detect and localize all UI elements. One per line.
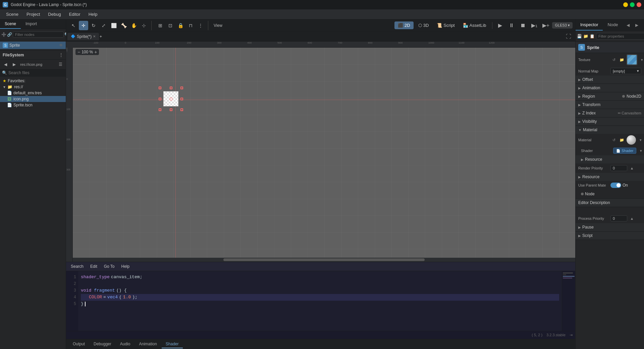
- menu-help[interactable]: Help: [85, 10, 101, 18]
- inspector-tab-inspector[interactable]: Inspector: [576, 19, 603, 31]
- mode-assetlib-button[interactable]: 🏪 AssetLib: [460, 21, 490, 29]
- select-tool-button[interactable]: ↖: [69, 21, 78, 30]
- sprite-container[interactable]: [160, 88, 182, 110]
- origin-handle[interactable]: [170, 98, 172, 100]
- lock-button[interactable]: 🔒: [176, 21, 185, 30]
- viewport-scrollbar[interactable]: [73, 258, 575, 262]
- filter-properties-input[interactable]: [596, 33, 644, 40]
- menu-debug[interactable]: Debug: [45, 10, 64, 18]
- editor-description-section-header[interactable]: Editor Description: [576, 199, 644, 207]
- inspector-forward-button[interactable]: ▶: [633, 21, 641, 29]
- pause-section-header[interactable]: ▶ Pause: [576, 223, 644, 231]
- more-options-button[interactable]: ⋮: [196, 21, 205, 30]
- handle-br[interactable]: [180, 108, 183, 111]
- visibility-eye-icon[interactable]: 👁: [59, 43, 63, 48]
- normal-map-dropdown[interactable]: [empty] ▾: [610, 68, 641, 74]
- inspector-folder-button[interactable]: 📁: [583, 32, 588, 40]
- tab-debugger[interactable]: Debugger: [90, 340, 115, 348]
- mode-3d-button[interactable]: ⬡ 3D: [415, 21, 432, 29]
- resource1-section-header[interactable]: ▶ Resource: [576, 155, 644, 163]
- material-reset-button[interactable]: ↺: [610, 137, 617, 143]
- viewport-canvas[interactable]: -100 0 100 200 300 400 500 600 700 800 9…: [66, 42, 575, 262]
- mode-2d-button[interactable]: ⬛ 2D: [394, 21, 414, 29]
- tab-import[interactable]: Import: [21, 19, 42, 29]
- animation-section-header[interactable]: ▶ Animation: [576, 84, 644, 92]
- code-menu-edit[interactable]: Edit: [88, 263, 99, 269]
- code-menu-search[interactable]: Search: [69, 263, 86, 269]
- handle-bl[interactable]: [159, 108, 161, 111]
- inspector-save-button[interactable]: 💾: [577, 32, 582, 40]
- stop-button[interactable]: ⏹: [518, 20, 528, 31]
- texture-reset-button[interactable]: ↺: [610, 56, 617, 63]
- texture-load-button[interactable]: 📁: [619, 56, 625, 63]
- menu-project[interactable]: Project: [23, 10, 43, 18]
- viewport-tab-sprite[interactable]: 🔷 Sprite(*) ✕: [67, 33, 99, 40]
- scrollbar-thumb[interactable]: [223, 258, 424, 261]
- visibility-section-header[interactable]: ▶ Visibility: [576, 117, 644, 126]
- handle-ml[interactable]: [159, 98, 161, 100]
- fs-res-section[interactable]: ▼ 📁 res://: [0, 84, 66, 90]
- sprite-selection[interactable]: [160, 88, 182, 110]
- filesystem-menu-button[interactable]: ⋮: [59, 53, 63, 57]
- viewport-tab-close[interactable]: ✕: [93, 35, 96, 38]
- play-custom-button[interactable]: ▶+: [541, 20, 551, 31]
- render-priority-input[interactable]: [610, 165, 627, 171]
- select2-tool-button[interactable]: ⊹: [139, 21, 149, 30]
- menu-scene[interactable]: Scene: [3, 10, 22, 18]
- add-node-button[interactable]: ➕: [1, 31, 6, 39]
- process-priority-up-button[interactable]: ▲: [629, 215, 635, 222]
- tab-scene[interactable]: Scene: [0, 19, 21, 29]
- menu-editor[interactable]: Editor: [66, 10, 84, 18]
- inspector-back-button[interactable]: ◀: [624, 21, 632, 29]
- add-tab-button[interactable]: +: [100, 34, 102, 39]
- inspector-copy-button[interactable]: 📋: [590, 32, 595, 40]
- search-files-input[interactable]: [8, 70, 64, 75]
- handle-mr[interactable]: [180, 98, 183, 100]
- code-content[interactable]: shader_type canvas_item; void fragment (…: [78, 271, 562, 331]
- code-menu-goto[interactable]: Go To: [102, 263, 117, 269]
- fs-item-default-env[interactable]: 📄 default_env.tres: [0, 90, 66, 96]
- tab-animation[interactable]: Animation: [135, 340, 161, 348]
- scale-tool-button[interactable]: ⤢: [99, 21, 108, 30]
- close-button[interactable]: [637, 2, 641, 7]
- tab-output[interactable]: Output: [69, 340, 89, 348]
- rect-tool-button[interactable]: ⬜: [109, 21, 118, 30]
- minimize-button[interactable]: [623, 2, 628, 7]
- link-node-button[interactable]: 🔗: [7, 31, 12, 39]
- transform-section-header[interactable]: ▶ Transform: [576, 101, 644, 109]
- zoom-in-button[interactable]: +: [94, 50, 97, 54]
- maximize-button[interactable]: [630, 2, 635, 7]
- process-priority-input[interactable]: [610, 215, 627, 221]
- inspector-tab-node[interactable]: Node: [603, 19, 623, 31]
- fs-item-sprite-tscn[interactable]: 📄 Sprite.tscn: [0, 102, 66, 108]
- texture-dropdown-button[interactable]: ▾: [639, 56, 644, 63]
- maximize-viewport-button[interactable]: ⛶: [563, 32, 574, 41]
- zoom-out-button[interactable]: −: [77, 50, 80, 54]
- use-parent-mate-toggle[interactable]: [610, 183, 621, 188]
- handle-tl[interactable]: [159, 87, 161, 89]
- code-editor[interactable]: 1 2 3 4 5 shader_type canvas_item;: [66, 271, 575, 331]
- tab-audio[interactable]: Audio: [116, 340, 135, 348]
- z-index-section-header[interactable]: ▶ Z Index ✏ CanvasItem: [576, 109, 644, 117]
- shader-button[interactable]: 📄 Shader: [613, 148, 636, 154]
- filter-nodes-input[interactable]: [13, 32, 64, 38]
- region-section-header[interactable]: ▶ Region Node2D: [576, 92, 644, 100]
- fs-forward-button[interactable]: ▶: [10, 60, 18, 68]
- pause-button[interactable]: ⏸: [506, 20, 517, 31]
- material-load-button[interactable]: 📁: [619, 137, 625, 143]
- tab-shader[interactable]: Shader: [162, 340, 183, 348]
- bone-tool-button[interactable]: 🦴: [119, 21, 128, 30]
- handle-bc[interactable]: [170, 108, 172, 111]
- rotate-tool-button[interactable]: ↻: [89, 21, 98, 30]
- material-preview[interactable]: [627, 135, 636, 145]
- handle-tr[interactable]: [180, 87, 183, 89]
- fs-back-button[interactable]: ◀: [1, 60, 9, 68]
- handle-tc[interactable]: [170, 87, 172, 89]
- fs-item-icon-png[interactable]: 🖼 icon.png: [0, 96, 66, 102]
- tree-item-sprite[interactable]: S Sprite 👁: [0, 42, 66, 49]
- code-menu-help[interactable]: Help: [119, 263, 132, 269]
- view-button[interactable]: View: [210, 21, 226, 30]
- script-section-header[interactable]: ▶ Script: [576, 232, 644, 240]
- snap-button[interactable]: ⊞: [156, 21, 165, 30]
- resource2-section-header[interactable]: ▶ Resource: [576, 173, 644, 181]
